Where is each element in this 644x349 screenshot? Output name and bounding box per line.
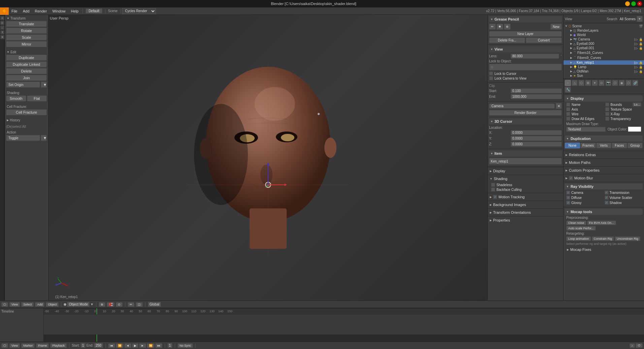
menu-window[interactable]: Window xyxy=(50,7,68,15)
lock-camera-checkbox[interactable] xyxy=(489,76,493,80)
diffuse-ray-checkbox[interactable]: ✓ xyxy=(566,196,570,200)
edit-section-header[interactable]: ▼ Edit xyxy=(6,49,47,55)
wire-checkbox[interactable] xyxy=(566,112,570,116)
draw-icon[interactable]: ✏ xyxy=(128,302,134,307)
snap-icon[interactable]: 🧲 xyxy=(107,302,115,307)
timeline-main[interactable]: -50 -40 -30 -20 -10 0 10 20 30 40 50 60 … xyxy=(44,308,644,342)
display-toggle[interactable]: ▶ Display xyxy=(489,168,562,174)
play-btn[interactable]: ▶ xyxy=(132,343,138,348)
bounds-type[interactable]: Lo... xyxy=(633,103,641,107)
cursor-y-value[interactable]: 0.0000 xyxy=(511,136,562,141)
tool-icon-4[interactable]: ⇕ xyxy=(0,30,4,34)
tree-item-world[interactable]: ▶ ◉ World xyxy=(564,33,644,37)
auto-scale-button[interactable]: Auto scale Perfor... xyxy=(566,226,596,231)
tree-item-scene[interactable]: ▼ ⬡ Scene 🎬 xyxy=(564,24,644,28)
transform-section-header[interactable]: ▼ Transform xyxy=(6,16,47,21)
unconstrain-rig-button[interactable]: Unconstrain Rig xyxy=(615,236,640,241)
gp-edit-btn[interactable]: ✱ xyxy=(496,24,503,30)
tool-icon-5[interactable]: ⊗ xyxy=(0,35,4,39)
duplication-tab-faces[interactable]: Faces xyxy=(612,143,627,148)
cursor-x-value[interactable]: 0.0000 xyxy=(511,130,562,135)
no-sync-btn[interactable]: No Sync xyxy=(178,343,193,348)
tree-item-eyeball000[interactable]: ▶ △ Eyeball.000 | ▷ 🔒 xyxy=(564,41,644,46)
display-section-header[interactable]: ▼ Display xyxy=(565,95,643,101)
relations-extras-toggle[interactable]: ▶ Relations Extras xyxy=(565,152,643,158)
tree-item-ken-retop1[interactable]: ▶ △ Ken_retop1 | ▷ 🔒 xyxy=(564,60,644,65)
jump-end-btn[interactable]: ⏭ xyxy=(155,343,162,348)
motion-blur-toggle[interactable]: ▶ ✓ Motion Blur xyxy=(565,175,643,181)
transparency-checkbox[interactable] xyxy=(605,117,609,121)
transform-icon[interactable]: ⊕ xyxy=(99,302,105,307)
props-physics-icon[interactable]: ⊙ xyxy=(599,80,605,86)
props-scene-icon[interactable]: ⬡ xyxy=(612,80,618,86)
menu-file[interactable]: File xyxy=(9,7,20,15)
render-border-button[interactable]: Render Border xyxy=(489,110,562,116)
max-draw-type-value[interactable]: Textured xyxy=(566,127,606,132)
custom-properties-toggle[interactable]: ▶ Custom Properties xyxy=(565,167,643,173)
mirror-button[interactable]: Mirror xyxy=(6,41,47,47)
properties-toggle[interactable]: ▶ Properties xyxy=(489,217,562,223)
gp-draw-btn[interactable]: ✏ xyxy=(489,24,496,30)
glossy-ray-checkbox[interactable]: ✓ xyxy=(566,201,570,205)
motion-paths-toggle[interactable]: ▶ Motion Paths xyxy=(565,159,643,166)
bounds-checkbox[interactable] xyxy=(605,103,609,107)
viewport[interactable]: User Persp xyxy=(49,15,487,300)
outliner-dropdown[interactable]: ▼ xyxy=(637,16,643,22)
props-texture-icon[interactable]: ⊞ xyxy=(585,80,591,86)
loop-animation-button[interactable]: Loop animation xyxy=(566,236,591,241)
statusbar-icon[interactable]: ⬡ xyxy=(1,343,8,348)
play-forward-btn[interactable]: ► xyxy=(139,343,146,348)
duplication-header[interactable]: ▼ Duplication xyxy=(565,136,643,142)
delete-button[interactable]: Delete xyxy=(6,68,47,74)
current-frame[interactable]: 1 xyxy=(167,343,173,348)
shading-icon[interactable]: ◫ xyxy=(136,302,143,307)
maximize-button[interactable]: □ xyxy=(631,1,636,6)
audio-sync-btn[interactable]: ♪ xyxy=(630,343,635,348)
tree-item-renderlayers[interactable]: ▶ ◫ RenderLayers xyxy=(564,28,644,33)
volume-scatter-ray-checkbox[interactable]: ✓ xyxy=(605,196,609,200)
viewport-canvas[interactable] xyxy=(49,15,487,300)
props-material-icon[interactable]: ⬡ xyxy=(578,80,584,86)
start-frame-input[interactable]: 1 xyxy=(80,343,86,348)
sync-mode-btn[interactable]: ⏱ xyxy=(636,343,643,348)
local-camera-close[interactable]: ✕ xyxy=(556,103,562,109)
history-section-header[interactable]: ▶ History xyxy=(6,117,47,123)
cell-fracture-button[interactable]: Cell Fracture xyxy=(6,109,47,115)
camera-ray-checkbox[interactable]: ✓ xyxy=(566,191,570,195)
cursor-3d-header[interactable]: ▼ 3D Cursor xyxy=(489,118,562,124)
fix-bvh-button[interactable]: Fix BVH Axis On... xyxy=(587,221,616,225)
tree-item-lamp[interactable]: ▶ 💡 Lamp | ▷ 🔒 xyxy=(564,65,644,69)
statusbar-view[interactable]: View xyxy=(9,343,20,348)
item-name-value[interactable]: Ken_retop1 xyxy=(491,159,508,163)
global-select[interactable]: Global xyxy=(148,302,161,307)
tree-item-fibers9[interactable]: ▶ ⌒ Fibers9_Curves xyxy=(564,55,644,60)
duplication-tab-frames[interactable]: Frames xyxy=(580,143,595,148)
props-world-icon[interactable]: ◉ xyxy=(619,80,625,86)
render-engine-select[interactable]: Cycles Render Blender Render Blender Gam… xyxy=(122,8,156,14)
end-frame-input[interactable]: 250 xyxy=(94,343,103,348)
props-mesh-icon[interactable]: △ xyxy=(572,80,578,86)
axis-checkbox[interactable] xyxy=(566,107,570,111)
new-layer-button[interactable]: New Layer xyxy=(489,31,562,37)
menu-add[interactable]: Add xyxy=(20,7,32,15)
select-menu[interactable]: Select xyxy=(21,302,34,307)
backface-culling-checkbox[interactable] xyxy=(491,187,495,192)
proportional-edit-icon[interactable]: ⊙ xyxy=(116,302,123,307)
rotate-button[interactable]: Rotate xyxy=(6,28,47,34)
texture-space-checkbox[interactable] xyxy=(605,107,609,111)
mocap-tools-header[interactable]: ▼ Mocap tools xyxy=(565,209,643,215)
duplication-tab-group[interactable]: Group xyxy=(627,143,643,148)
props-object-icon[interactable]: ○ xyxy=(565,80,571,86)
statusbar-frame[interactable]: Frame xyxy=(36,343,49,348)
gp-convert-btn[interactable]: ⊕ xyxy=(504,24,511,30)
mocap-fixes-toggle[interactable]: ▶ Mocap Fixes xyxy=(566,246,641,253)
delete-frame-button[interactable]: Delete Fra... xyxy=(489,37,525,43)
duplication-tab-none[interactable]: None xyxy=(565,143,580,148)
translate-button[interactable]: Translate xyxy=(6,21,47,27)
tool-icon-3[interactable]: ↕ xyxy=(0,26,4,30)
item-header[interactable]: ▼ Item xyxy=(489,150,562,156)
close-button[interactable]: ✕ xyxy=(637,1,642,6)
tree-item-eyeball001[interactable]: ▶ △ Eyeball.001 | ▷ 🔒 xyxy=(564,46,644,50)
ray-visibility-header[interactable]: ▼ Ray Visibility xyxy=(565,183,643,190)
statusbar-playback[interactable]: Playback xyxy=(50,343,67,348)
